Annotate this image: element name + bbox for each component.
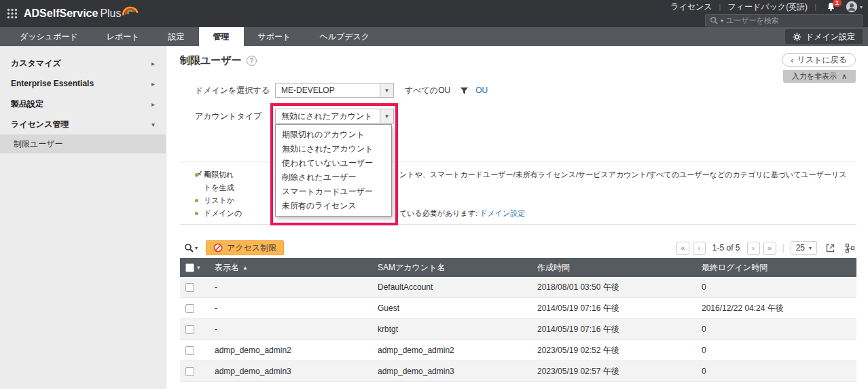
cell-display-name: - <box>211 298 374 319</box>
ou-scope-label: すべてのOU <box>405 85 450 96</box>
selection-menu-caret[interactable]: ▾ <box>197 264 200 271</box>
help-icon[interactable]: ? <box>247 56 257 66</box>
chevron-down-icon: ▾ <box>860 4 863 10</box>
license-link[interactable]: ライセンス <box>670 1 712 13</box>
row-checkbox[interactable] <box>185 283 194 292</box>
sidebar-item-enterprise-essentials[interactable]: Enterprise Essentials ▸ <box>0 73 166 94</box>
cell-sam-account: Guest <box>374 298 533 319</box>
table-row[interactable]: admp_demo_admin3 admp_demo_admin3 2023/0… <box>180 361 856 382</box>
hide-input-toggle[interactable]: 入力を非表示 ∧ <box>783 70 856 83</box>
chevron-down-icon: ▾ <box>809 245 812 251</box>
chevron-left-icon: ‹ <box>791 55 793 65</box>
user-menu-button[interactable]: ▾ <box>846 1 863 13</box>
table-row[interactable]: admp_demo_admin2 admp_demo_admin2 2023/0… <box>180 340 856 361</box>
row-checkbox[interactable] <box>185 346 194 355</box>
last-page-button[interactable]: » <box>763 242 776 255</box>
column-header-created[interactable]: 作成時間 <box>533 262 698 274</box>
tab-reports[interactable]: レポート <box>92 27 154 46</box>
back-to-list-button[interactable]: ‹ リストに戻る <box>782 53 856 67</box>
restrict-access-button[interactable]: アクセス制限 <box>206 240 284 255</box>
dropdown-option-disabled[interactable]: 無効にされたアカウント <box>276 142 391 156</box>
pagination-controls: « ‹ 1-5 of 5 › » | 25 ▾ <box>676 241 856 255</box>
sidebar: カスタマイズ ▸ Enterprise Essentials ▸ 製品設定 ▸ … <box>0 46 166 389</box>
sort-asc-icon: ▲ <box>242 265 248 271</box>
next-page-button[interactable]: › <box>747 242 760 255</box>
dropdown-option-smartcard[interactable]: スマートカードユーザー <box>276 185 391 199</box>
global-search: ▾ <box>705 14 863 26</box>
search-icon <box>184 243 194 253</box>
tab-support[interactable]: サポート <box>244 27 306 46</box>
table-body: - DefaultAccount 2018/08/01 03:50 午後 0 -… <box>180 277 856 382</box>
sidebar-item-product-settings[interactable]: 製品設定 ▸ <box>0 94 166 114</box>
header-separator: | <box>719 3 721 11</box>
table-row[interactable]: - krbtgt 2014/05/19 07:16 午後 0 <box>180 319 856 340</box>
table-row[interactable]: - DefaultAccount 2018/08/01 03:50 午後 0 <box>180 277 856 298</box>
dropdown-option-deleted[interactable]: 削除されたユーザー <box>276 170 391 185</box>
filter-icon[interactable] <box>460 86 469 95</box>
row-checkbox[interactable] <box>185 367 194 376</box>
search-input[interactable] <box>726 16 858 24</box>
sidebar-item-customize[interactable]: カスタマイズ ▸ <box>0 53 166 73</box>
notifications-button[interactable]: 1 <box>826 1 836 12</box>
dropdown-option-inactive[interactable]: 使われていないユーザー <box>276 156 391 170</box>
account-type-select-value: 無効にされたアカウント <box>276 111 380 122</box>
tab-settings[interactable]: 設定 <box>154 27 199 46</box>
app-logo-suffix: Plus <box>100 7 121 20</box>
account-type-select[interactable]: 無効にされたアカウント ▼ <box>275 109 394 124</box>
cell-last-login: 0 <box>698 340 856 361</box>
header-checkbox-cell: ▾ <box>180 263 211 272</box>
search-scope-caret[interactable]: ▾ <box>721 18 723 24</box>
collapse-caret-icon: ∧ <box>842 72 847 81</box>
ou-link[interactable]: OU <box>475 86 488 95</box>
cell-created: 2023/05/19 02:57 午後 <box>533 361 698 382</box>
row-checkbox[interactable] <box>185 325 194 334</box>
main-content: 制限ユーザー ? ‹ リストに戻る 入力を非表示 ∧ ドメインを選択する ME-… <box>166 46 868 389</box>
sidebar-item-restricted-users[interactable]: 制限ユーザー <box>0 134 166 153</box>
domain-select[interactable]: ME-DEVELOP ▼ <box>275 83 394 98</box>
select-all-checkbox[interactable] <box>185 263 194 272</box>
dropdown-option-unlicensed[interactable]: 未所有のライセンス <box>276 199 391 213</box>
sidebar-item-license-management[interactable]: ライセンス管理 ▾ <box>0 114 166 134</box>
cell-display-name: - <box>211 319 374 340</box>
page-size-value: 25 <box>796 243 805 253</box>
gear-icon <box>793 33 801 41</box>
column-header-display-name[interactable]: 表示名 ▲ <box>211 262 374 274</box>
brand-swoosh-icon <box>120 2 139 18</box>
page-title: 制限ユーザー <box>180 54 242 67</box>
results-table: ▾ アクセス制限 « ‹ 1-5 of 5 › » | 25 ▾ <box>180 239 856 382</box>
sidebar-item-label: 製品設定 <box>11 98 43 110</box>
cell-sam-account: admp_demo_admin2 <box>374 340 533 361</box>
toolbar-separator: | <box>782 243 784 253</box>
dropdown-option-expired[interactable]: 期限切れのアカウント <box>276 128 391 142</box>
cell-created: 2014/05/19 07:16 午後 <box>533 298 698 319</box>
cell-created: 2023/05/19 02:52 午後 <box>533 340 698 361</box>
domain-settings-link[interactable]: ドメイン設定 <box>480 209 525 217</box>
bullet-icon <box>195 212 198 215</box>
search-icon <box>710 16 718 24</box>
column-header-last-login[interactable]: 最終ログイン時間 <box>698 262 856 274</box>
tab-helpdesk[interactable]: ヘルプデスク <box>305 27 384 46</box>
table-search-button[interactable]: ▾ <box>184 243 198 253</box>
domain-select-value: ME-DEVELOP <box>276 86 380 95</box>
feedback-link[interactable]: フィードバック(英語) <box>727 1 808 13</box>
restrict-access-label: アクセス制限 <box>227 242 276 254</box>
page-size-select[interactable]: 25 ▾ <box>791 241 817 255</box>
export-icon[interactable] <box>823 241 837 255</box>
app-launcher-icon[interactable] <box>7 8 18 19</box>
sidebar-item-label: Enterprise Essentials <box>11 79 94 88</box>
header-separator: | <box>814 3 816 11</box>
chevron-down-icon: ▼ <box>380 84 393 97</box>
domain-settings-button[interactable]: ドメイン設定 <box>785 29 863 44</box>
topbar-links: ライセンス | フィードバック(英語) | 1 ▾ <box>670 1 863 12</box>
page-head: 制限ユーザー ? <box>180 54 257 67</box>
column-header-sam-account[interactable]: SAMアカウント名 <box>374 262 533 274</box>
row-checkbox[interactable] <box>185 304 194 313</box>
domain-select-label: ドメインを選択する <box>180 85 275 96</box>
column-tree-icon[interactable] <box>843 241 856 255</box>
prev-page-button[interactable]: ‹ <box>693 242 706 255</box>
first-page-button[interactable]: « <box>676 242 689 255</box>
main-nav: ダッシュボード レポート 設定 管理 サポート ヘルプデスク ドメイン設定 <box>0 27 868 46</box>
tab-dashboard[interactable]: ダッシュボード <box>5 27 92 46</box>
tab-admin[interactable]: 管理 <box>199 27 244 46</box>
table-row[interactable]: - Guest 2014/05/19 07:16 午後 2016/12/22 0… <box>180 298 856 319</box>
